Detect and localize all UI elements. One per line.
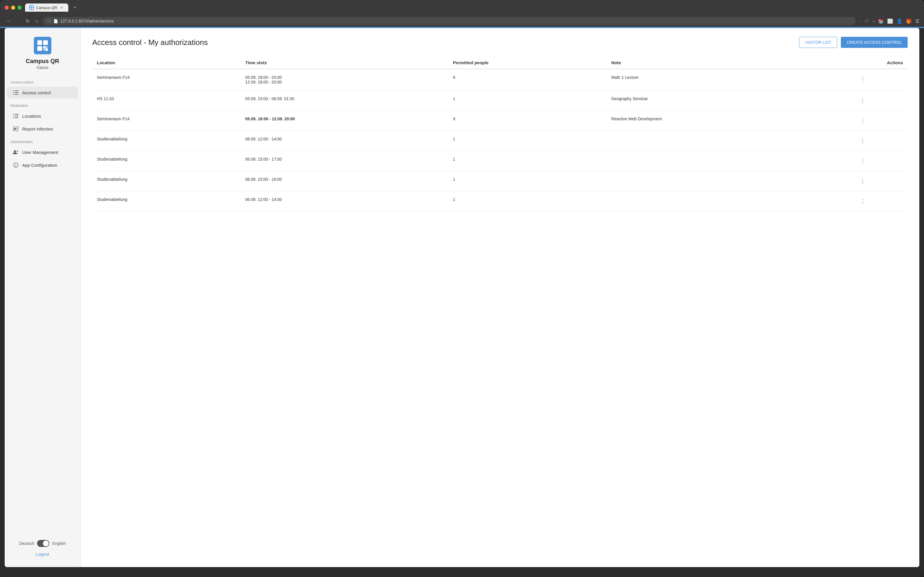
svg-rect-5 (43, 40, 48, 45)
cell-note: Reactive Web Development (606, 111, 818, 131)
svg-point-28 (17, 151, 18, 152)
library-icon[interactable]: 📚 (878, 18, 884, 24)
url-text: 127.0.0.1:8070/admin/access (60, 19, 114, 23)
actions-menu-button[interactable]: ⋮ (823, 75, 903, 83)
tab-close-button[interactable]: ✕ (59, 5, 64, 10)
cell-location: Studienabteilung (92, 171, 241, 191)
svg-rect-26 (16, 129, 18, 129)
app-container: Campus QR Gauss Access control Access (5, 28, 919, 567)
forward-button[interactable]: → (14, 17, 22, 25)
tab-label: Campus QR (36, 6, 57, 10)
col-note: Note (606, 56, 818, 69)
bookmark-check-icon[interactable]: 🛡 (865, 19, 869, 23)
sidebar-logo: Campus QR Gauss (5, 28, 80, 76)
profile-icon[interactable]: 👤 (897, 18, 902, 24)
create-access-control-button[interactable]: CREATE ACCESS CONTROL (841, 37, 908, 48)
actions-menu-button[interactable]: ⋮ (823, 157, 903, 165)
table-row: Seminarraum F1405.09. 18:00 - 12.09. 20:… (92, 111, 908, 131)
actions-menu-button[interactable]: ⋮ (823, 177, 903, 185)
sidebar-item-report-infection-label: Report Infection (22, 126, 53, 131)
cell-actions: ⋮ (818, 90, 908, 111)
maximize-window-button[interactable] (18, 6, 22, 10)
nav-buttons: ← → ↻ ⌂ (5, 17, 41, 25)
sidebar-item-app-configuration-label: App Configuration (22, 163, 57, 168)
page-title: Access control - My authorizations (92, 38, 208, 47)
actions-menu-button[interactable]: ⋮ (823, 97, 903, 105)
logout-button[interactable]: Logout (11, 551, 74, 556)
svg-rect-21 (13, 118, 14, 118)
home-button[interactable]: ⌂ (33, 17, 41, 25)
page-header: Access control - My authorizations VISIT… (92, 37, 908, 48)
sidebar-section-access: Access control (5, 76, 80, 86)
sidebar-item-access-control-label: Access control (22, 90, 51, 95)
svg-point-27 (14, 150, 16, 152)
table-row: Seminarraum F1405.09. 18:00 - 20:0012.09… (92, 69, 908, 90)
table-row: Studienabteilung06.09. 15:00 - 17:001⋮ (92, 151, 908, 171)
cell-permitted-people: 1 (448, 191, 606, 211)
app-name: Campus QR (26, 58, 59, 64)
cell-permitted-people: 1 (448, 151, 606, 171)
browser-tab[interactable]: Campus QR ✕ (25, 3, 68, 12)
svg-rect-14 (15, 92, 18, 93)
sidebar-item-user-management[interactable]: User Management (7, 146, 78, 158)
reload-button[interactable]: ↻ (23, 17, 32, 25)
close-window-button[interactable] (5, 6, 9, 10)
actions-menu-button[interactable]: ⋮ (823, 137, 903, 145)
svg-rect-4 (37, 40, 42, 45)
tabs-icon[interactable]: ⬜ (887, 18, 893, 24)
language-toggle-switch[interactable] (37, 540, 49, 547)
sidebar-section-moderation: Moderation (5, 99, 80, 110)
svg-rect-9 (43, 48, 45, 51)
visitor-list-button[interactable]: VISITOR LIST (799, 37, 837, 48)
svg-rect-16 (15, 94, 18, 95)
table-row: Studienabteilung06.09. 15:00 - 16:001⋮ (92, 171, 908, 191)
cell-time-slots: 06.09. 15:00 - 17:00 (241, 151, 448, 171)
url-bar[interactable]: 🛡 📄 127.0.0.1:8070/admin/access (43, 17, 856, 25)
sidebar-item-access-control[interactable]: Access control (7, 87, 78, 98)
table-row: Studienabteilung06.09. 12:00 - 14:001⋮ (92, 131, 908, 151)
menu-icon[interactable]: ☰ (915, 18, 919, 24)
lang-deutsch: Deutsch (19, 541, 34, 546)
cell-actions: ⋮ (818, 131, 908, 151)
svg-rect-12 (15, 90, 18, 91)
sidebar-item-app-configuration[interactable]: i App Configuration (7, 159, 78, 171)
svg-rect-0 (30, 6, 31, 7)
sidebar-item-user-management-label: User Management (22, 150, 58, 155)
svg-rect-8 (45, 46, 48, 48)
cell-time-slots: 06.09. 12:00 - 14:00 (241, 191, 448, 211)
lang-english: English (52, 541, 66, 546)
minimize-window-button[interactable] (11, 6, 15, 10)
svg-rect-15 (13, 94, 14, 95)
table-header: Location Time slots Permitted people Not… (92, 56, 908, 69)
svg-rect-7 (43, 46, 45, 48)
cell-note: Geography Seminar (606, 90, 818, 111)
cell-location: Seminarraum F14 (92, 111, 241, 131)
access-control-table: Location Time slots Permitted people Not… (92, 56, 908, 211)
sidebar-item-report-infection[interactable]: Report Infection (7, 123, 78, 135)
actions-menu-button[interactable]: ⋮ (823, 197, 903, 205)
cell-note (606, 191, 818, 211)
new-tab-button[interactable]: + (72, 5, 79, 11)
tab-favicon (29, 5, 34, 10)
cell-actions: ⋮ (818, 191, 908, 211)
back-button[interactable]: ← (5, 17, 13, 25)
url-action-icons: ··· 🛡 ☆ (858, 19, 876, 23)
header-buttons: VISITOR LIST CREATE ACCESS CONTROL (799, 37, 908, 48)
col-time-slots: Time slots (241, 56, 448, 69)
cell-permitted-people: 9 (448, 69, 606, 90)
more-icon[interactable]: ··· (858, 19, 861, 23)
security-icon: 🛡 (47, 19, 51, 23)
svg-rect-19 (13, 116, 14, 116)
cell-permitted-people: 1 (448, 131, 606, 151)
sidebar-item-locations[interactable]: Locations (7, 110, 78, 122)
extensions-icon[interactable]: 🎁 (906, 18, 912, 24)
main-content: Access control - My authorizations VISIT… (80, 28, 919, 567)
cell-actions: ⋮ (818, 69, 908, 90)
sidebar-section-administration: Administration (5, 135, 80, 146)
browser-window: Campus QR ✕ + ← → ↻ ⌂ 🛡 📄 127.0.0.1:8070… (0, 0, 924, 577)
cell-note (606, 131, 818, 151)
actions-menu-button[interactable]: ⋮ (823, 116, 903, 125)
star-icon[interactable]: ☆ (872, 19, 876, 23)
person-card-icon (13, 126, 19, 132)
list-icon (13, 90, 19, 95)
